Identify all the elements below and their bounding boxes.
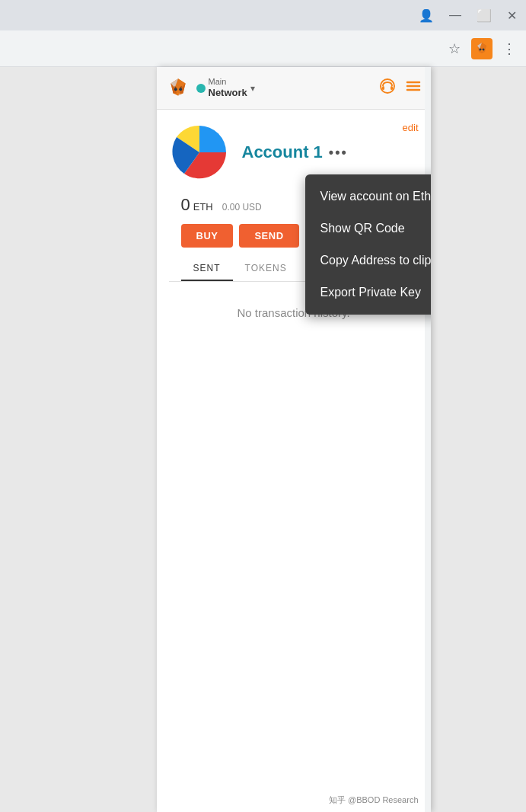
chrome-menu-icon[interactable]: ⋮ — [499, 38, 520, 59]
dropdown-item-export-key[interactable]: Export Private Key — [305, 277, 431, 308]
network-label: Main Network — [209, 77, 247, 99]
account-section: edit Account 1 ••• — [157, 110, 431, 282]
browser-content: Main Network ▾ — [0, 67, 526, 812]
account-more-button[interactable]: ••• — [329, 145, 348, 161]
metamask-header: Main Network ▾ — [157, 67, 431, 110]
metamask-popup: Main Network ▾ — [157, 67, 431, 812]
dropdown-item-copy-address[interactable]: Copy Address to clipboard — [305, 245, 431, 277]
network-chevron-icon: ▾ — [250, 83, 255, 94]
toolbar-right: ☆ ⋮ — [444, 38, 520, 59]
account-icon: 👤 — [419, 8, 434, 23]
metamask-extension-icon[interactable] — [471, 38, 493, 59]
send-button[interactable]: SEND — [239, 224, 298, 248]
chrome-toolbar: ☆ ⋮ — [0, 30, 526, 67]
svg-rect-19 — [382, 86, 384, 90]
balance-amount: 0 — [181, 195, 190, 215]
account-avatar — [169, 122, 230, 183]
tab-tokens[interactable]: TOKENS — [233, 257, 299, 281]
account-name-text: Account 1 — [242, 142, 323, 162]
network-selector[interactable]: Main Network ▾ — [196, 77, 255, 99]
account-top: Account 1 ••• — [169, 122, 419, 183]
fox-svg — [474, 41, 489, 56]
support-icon[interactable] — [379, 78, 396, 98]
svg-point-14 — [179, 88, 182, 91]
account-name-row: Account 1 ••• — [242, 142, 419, 162]
network-indicator — [194, 82, 207, 94]
tab-sent[interactable]: SENT — [181, 257, 233, 281]
svg-rect-20 — [391, 86, 393, 90]
window-controls: 👤 — ⬜ ✕ — [419, 8, 517, 23]
balance-eth-label: ETH — [193, 201, 213, 213]
maximize-button[interactable]: ⬜ — [477, 8, 492, 23]
close-button[interactable]: ✕ — [507, 8, 517, 23]
network-top-label: Main — [209, 77, 247, 87]
watermark: 知乎 @BBOD Research — [329, 794, 419, 806]
edit-link[interactable]: edit — [403, 122, 419, 133]
chrome-titlebar: 👤 — ⬜ ✕ — [0, 0, 526, 30]
buy-button[interactable]: BUY — [181, 224, 234, 248]
dropdown-item-etherscan[interactable]: View account on Etherscan — [305, 181, 431, 213]
network-bottom-label: Network — [209, 87, 247, 99]
header-right-icons — [379, 78, 422, 98]
account-info: Account 1 ••• — [242, 142, 419, 162]
balance-usd: 0.00 USD — [222, 202, 262, 213]
menu-icon[interactable] — [405, 78, 422, 98]
account-dropdown-menu: View account on Etherscan Show QR Code C… — [305, 174, 431, 315]
svg-point-13 — [174, 88, 177, 91]
dropdown-item-qr[interactable]: Show QR Code — [305, 213, 431, 245]
metamask-logo — [166, 76, 190, 101]
bookmark-icon[interactable]: ☆ — [444, 38, 465, 59]
minimize-button[interactable]: — — [449, 8, 461, 22]
